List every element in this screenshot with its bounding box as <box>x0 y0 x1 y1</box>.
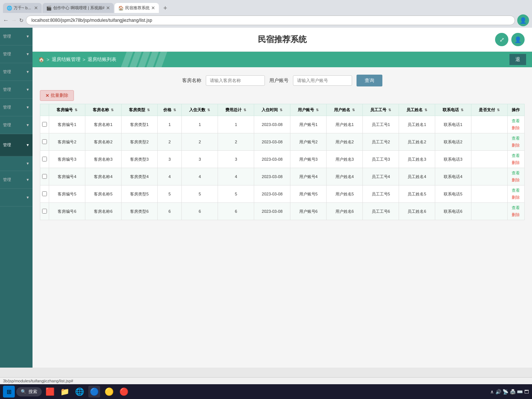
cell-total-1: 2 <box>218 133 254 151</box>
view-link-3[interactable]: 查看 <box>509 170 523 176</box>
col-price[interactable]: 价格 ⇅ <box>157 104 181 116</box>
cell-room-name-1: 客房名称2 <box>85 133 121 151</box>
user-avatar-top[interactable]: 👤 <box>517 14 529 26</box>
user-account-input[interactable] <box>293 75 352 86</box>
delete-link-1[interactable]: 删除 <box>509 143 523 148</box>
cell-days-4: 5 <box>182 185 218 203</box>
cell-user-account-3: 用户账号4 <box>290 168 327 185</box>
cell-user-account-0: 用户账号1 <box>290 116 327 133</box>
col-room-type[interactable]: 客房类型 ⇅ <box>121 104 157 116</box>
breadcrumb-item-1[interactable]: 退房结账管理 <box>52 56 81 63</box>
tab-close-1[interactable]: ✕ <box>34 5 38 11</box>
main-content: 民宿推荐系统 ⤢ 👤 🏠 > 退房结账管理 > 退房结账列表 <box>33 28 532 368</box>
col-days[interactable]: 入住天数 ⇅ <box>182 104 218 116</box>
cell-emp-no-4: 员工工号5 <box>363 185 399 203</box>
address-bar[interactable]: localhost:8080/jspm2k78b/jsp/modules/tui… <box>26 16 515 25</box>
cell-room-no-4: 客房编号5 <box>49 185 85 203</box>
cell-emp-name-5: 员工姓名6 <box>399 203 435 220</box>
delete-link-2[interactable]: 删除 <box>509 160 523 166</box>
sidebar-arrow-3: ▼ <box>26 88 30 92</box>
sidebar-item-1[interactable]: 管理 ▼ <box>0 45 33 63</box>
col-emp-no[interactable]: 员工工号 ⇅ <box>363 104 399 116</box>
sidebar-item-9[interactable]: ▼ <box>0 189 33 207</box>
row-checkbox-0[interactable] <box>42 122 47 127</box>
cell-actions-0: 查看 删除 <box>507 116 524 133</box>
delete-link-3[interactable]: 删除 <box>509 177 523 183</box>
tab-favicon-2: 🎬 <box>46 6 52 11</box>
row-checkbox-5[interactable] <box>42 209 47 214</box>
tab-close-3[interactable]: ✕ <box>151 5 155 11</box>
row-checkbox-4[interactable] <box>42 191 47 196</box>
sidebar-arrow-0: ▼ <box>26 34 30 38</box>
col-user-name[interactable]: 用户姓名 ⇅ <box>327 104 363 116</box>
new-tab-button[interactable]: + <box>160 3 171 13</box>
col-actions: 操作 <box>507 104 524 116</box>
sidebar-item-4[interactable]: 管理 ▼ <box>0 99 33 116</box>
col-emp-name[interactable]: 员工姓名 ⇅ <box>399 104 435 116</box>
tab-favicon-3: 🏠 <box>118 6 124 11</box>
sidebar-arrow-6: ▼ <box>26 143 30 147</box>
cell-user-account-1: 用户账号2 <box>290 133 327 151</box>
fullscreen-button[interactable]: ⤢ <box>495 33 508 46</box>
row-checkbox-2[interactable] <box>42 157 47 161</box>
back-action-button[interactable]: 退 <box>509 54 526 65</box>
row-checkbox-1[interactable] <box>42 139 47 144</box>
cell-user-name-3: 用户姓名4 <box>327 168 363 185</box>
cell-emp-name-1: 员工姓名2 <box>399 133 435 151</box>
col-checkin[interactable]: 入住时间 ⇅ <box>254 104 290 116</box>
delete-link-0[interactable]: 删除 <box>509 125 523 131</box>
view-link-2[interactable]: 查看 <box>509 153 523 158</box>
back-button[interactable]: ← <box>3 17 9 24</box>
delete-link-4[interactable]: 删除 <box>509 195 523 200</box>
cell-paid-5 <box>471 203 508 220</box>
tab-2[interactable]: 🎬 创作中心 啊哦哩哩 | 系视频# ✕ <box>42 3 114 13</box>
cell-room-name-3: 客房名称4 <box>85 168 121 185</box>
tab-close-2[interactable]: ✕ <box>106 5 110 11</box>
tab-3[interactable]: 🏠 民宿推荐系统 ✕ <box>115 3 159 13</box>
forward-button[interactable]: → <box>11 17 17 24</box>
sidebar-item-0[interactable]: 管理 ▼ <box>0 28 33 45</box>
tab-1[interactable]: 🌐 万千~ b... ✕ <box>3 3 42 13</box>
cell-emp-name-2: 员工姓名3 <box>399 151 435 168</box>
col-room-no[interactable]: 客房编号 ⇅ <box>49 104 85 116</box>
breadcrumb-home-icon[interactable]: 🏠 <box>38 57 44 62</box>
tab-label-1: 万千~ b... <box>14 5 31 11</box>
sidebar-item-6[interactable]: 管理 ▼ <box>0 134 33 156</box>
cell-actions-4: 查看 删除 <box>507 185 524 203</box>
cell-checkin-0: 2023-03-08 <box>254 116 290 133</box>
cell-user-name-1: 用户姓名2 <box>327 133 363 151</box>
row-checkbox-3[interactable] <box>42 174 47 179</box>
table-row: 客房编号4 客房名称4 客房类型4 4 4 4 2023-03-08 用户账号4… <box>40 168 525 185</box>
col-user-account[interactable]: 用户账号 ⇅ <box>290 104 327 116</box>
cell-room-type-1: 客房类型2 <box>121 133 157 151</box>
view-link-0[interactable]: 查看 <box>509 118 523 124</box>
sidebar-item-7[interactable]: ▼ <box>0 156 33 171</box>
view-link-4[interactable]: 查看 <box>509 188 523 193</box>
sidebar-item-2[interactable]: 管理 ▼ <box>0 63 33 81</box>
data-table: 客房编号 ⇅ 客房名称 ⇅ 客房类型 ⇅ <box>40 104 525 220</box>
view-link-1[interactable]: 查看 <box>509 136 523 141</box>
sidebar-item-5[interactable]: 管理 ▼ <box>0 116 33 134</box>
sidebar-item-3[interactable]: 管理 ▼ <box>0 81 33 99</box>
col-paid[interactable]: 是否支付 ⇅ <box>471 104 508 116</box>
user-button[interactable]: 👤 <box>511 33 525 46</box>
col-total[interactable]: 费用总计 ⇅ <box>218 104 254 116</box>
col-room-name[interactable]: 客房名称 ⇅ <box>85 104 121 116</box>
sidebar-arrow-8: ▼ <box>26 178 30 182</box>
delete-link-5[interactable]: 删除 <box>509 212 523 218</box>
cell-room-name-5: 客房名称6 <box>85 203 121 220</box>
breadcrumb-sep-1: > <box>47 57 50 62</box>
room-name-input[interactable] <box>206 75 265 86</box>
sidebar-label-4: 管理 <box>3 105 11 110</box>
view-link-5[interactable]: 查看 <box>509 205 523 211</box>
sidebar-item-8[interactable]: 管理 ▼ <box>0 171 33 189</box>
cell-days-1: 2 <box>182 133 218 151</box>
query-button[interactable]: 查询 <box>357 75 382 86</box>
cell-emp-no-5: 员工工号6 <box>363 203 399 220</box>
col-phone[interactable]: 联系电话 ⇅ <box>435 104 471 116</box>
batch-delete-button[interactable]: ✕ 批量删除 <box>40 90 74 101</box>
reload-button[interactable]: ↻ <box>19 17 24 23</box>
cell-total-4: 5 <box>218 185 254 203</box>
sort-arrows-days: ⇅ <box>207 108 210 112</box>
cell-room-type-0: 客房类型1 <box>121 116 157 133</box>
